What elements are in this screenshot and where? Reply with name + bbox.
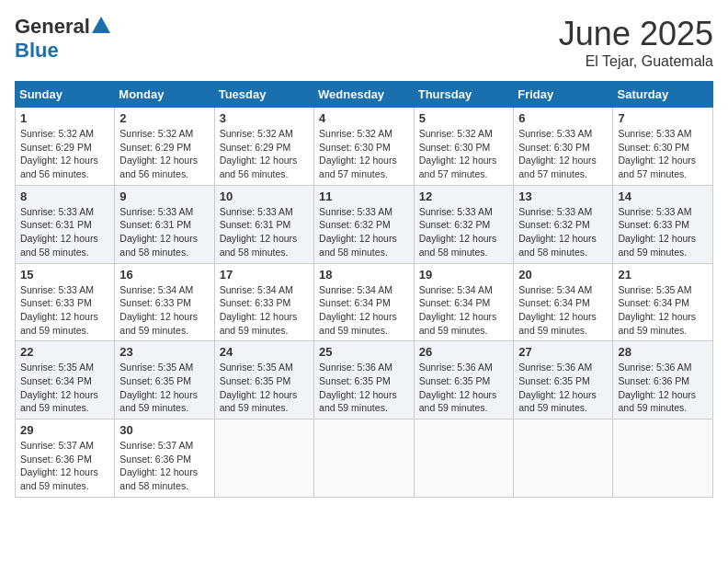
day-number: 9: [119, 190, 209, 203]
calendar-cell: 23 Sunrise: 5:35 AM Sunset: 6:35 PM Dayl…: [115, 341, 214, 419]
calendar-cell: 14 Sunrise: 5:33 AM Sunset: 6:33 PM Dayl…: [613, 185, 713, 263]
calendar-cell: 29 Sunrise: 5:37 AM Sunset: 6:36 PM Dayl…: [16, 419, 115, 498]
day-number: 13: [518, 190, 608, 203]
day-number: 4: [319, 111, 409, 125]
title-block: June 2025 El Tejar, Guatemala: [559, 15, 713, 70]
day-info: Sunrise: 5:34 AM Sunset: 6:33 PM Dayligh…: [220, 283, 309, 338]
day-number: 28: [618, 345, 708, 359]
weekday-header: Thursday: [414, 82, 513, 108]
calendar-week-row: 29 Sunrise: 5:37 AM Sunset: 6:36 PM Dayl…: [16, 419, 713, 498]
day-info: Sunrise: 5:33 AM Sunset: 6:31 PM Dayligh…: [220, 205, 309, 259]
day-number: 18: [319, 268, 409, 282]
calendar-cell: 3 Sunrise: 5:32 AM Sunset: 6:29 PM Dayli…: [214, 108, 313, 186]
calendar-cell: 17 Sunrise: 5:34 AM Sunset: 6:33 PM Dayl…: [214, 263, 313, 341]
day-info: Sunrise: 5:33 AM Sunset: 6:32 PM Dayligh…: [419, 205, 508, 259]
month-title: June 2025: [559, 15, 713, 53]
day-info: Sunrise: 5:32 AM Sunset: 6:30 PM Dayligh…: [319, 127, 409, 181]
day-info: Sunrise: 5:36 AM Sunset: 6:35 PM Dayligh…: [319, 361, 409, 415]
day-info: Sunrise: 5:36 AM Sunset: 6:35 PM Dayligh…: [518, 361, 608, 415]
day-info: Sunrise: 5:34 AM Sunset: 6:34 PM Dayligh…: [419, 283, 508, 338]
day-info: Sunrise: 5:33 AM Sunset: 6:32 PM Dayligh…: [518, 205, 608, 259]
calendar-cell: 16 Sunrise: 5:34 AM Sunset: 6:33 PM Dayl…: [115, 263, 214, 341]
calendar-cell: 25 Sunrise: 5:36 AM Sunset: 6:35 PM Dayl…: [314, 341, 415, 419]
logo: General Blue: [15, 15, 110, 63]
location: El Tejar, Guatemala: [559, 53, 713, 70]
calendar-cell: 6 Sunrise: 5:33 AM Sunset: 6:30 PM Dayli…: [514, 108, 613, 186]
calendar-week-row: 1 Sunrise: 5:32 AM Sunset: 6:29 PM Dayli…: [16, 108, 713, 186]
day-info: Sunrise: 5:35 AM Sunset: 6:35 PM Dayligh…: [220, 361, 309, 415]
calendar-cell: 2 Sunrise: 5:32 AM Sunset: 6:29 PM Dayli…: [115, 108, 214, 186]
calendar-cell: 9 Sunrise: 5:33 AM Sunset: 6:31 PM Dayli…: [115, 185, 214, 263]
calendar-cell: 13 Sunrise: 5:33 AM Sunset: 6:32 PM Dayl…: [514, 185, 613, 263]
day-number: 21: [618, 268, 708, 282]
calendar-cell: 8 Sunrise: 5:33 AM Sunset: 6:31 PM Dayli…: [16, 185, 115, 263]
day-number: 2: [119, 111, 209, 125]
calendar-week-row: 22 Sunrise: 5:35 AM Sunset: 6:34 PM Dayl…: [16, 341, 713, 419]
day-number: 22: [20, 345, 109, 359]
day-number: 29: [20, 423, 109, 437]
day-info: Sunrise: 5:37 AM Sunset: 6:36 PM Dayligh…: [20, 439, 109, 493]
calendar-week-row: 15 Sunrise: 5:33 AM Sunset: 6:33 PM Dayl…: [16, 263, 713, 341]
day-number: 17: [220, 268, 309, 282]
calendar-cell: 11 Sunrise: 5:33 AM Sunset: 6:32 PM Dayl…: [314, 185, 415, 263]
day-number: 26: [419, 345, 508, 359]
day-number: 1: [20, 111, 109, 125]
day-info: Sunrise: 5:33 AM Sunset: 6:33 PM Dayligh…: [20, 283, 109, 338]
calendar-cell: 19 Sunrise: 5:34 AM Sunset: 6:34 PM Dayl…: [414, 263, 513, 341]
day-info: Sunrise: 5:33 AM Sunset: 6:32 PM Dayligh…: [319, 205, 409, 259]
day-info: Sunrise: 5:34 AM Sunset: 6:34 PM Dayligh…: [319, 283, 409, 338]
day-number: 3: [220, 111, 309, 125]
day-number: 8: [20, 190, 109, 203]
logo-blue-text: Blue: [15, 39, 59, 63]
calendar-cell: 15 Sunrise: 5:33 AM Sunset: 6:33 PM Dayl…: [16, 263, 115, 341]
day-number: 10: [220, 190, 309, 203]
calendar-cell: [414, 419, 513, 498]
day-number: 16: [119, 268, 209, 282]
weekday-header: Monday: [115, 82, 214, 108]
calendar-cell: [613, 419, 713, 498]
day-info: Sunrise: 5:33 AM Sunset: 6:30 PM Dayligh…: [518, 127, 608, 181]
day-info: Sunrise: 5:33 AM Sunset: 6:31 PM Dayligh…: [119, 205, 209, 259]
day-info: Sunrise: 5:33 AM Sunset: 6:33 PM Dayligh…: [618, 205, 708, 259]
calendar-cell: 1 Sunrise: 5:32 AM Sunset: 6:29 PM Dayli…: [16, 108, 115, 186]
weekday-header: Saturday: [613, 82, 713, 108]
logo-general-text: General: [15, 15, 90, 39]
calendar-cell: 20 Sunrise: 5:34 AM Sunset: 6:34 PM Dayl…: [514, 263, 613, 341]
calendar-cell: [514, 419, 613, 498]
day-number: 15: [20, 268, 109, 282]
day-info: Sunrise: 5:33 AM Sunset: 6:30 PM Dayligh…: [618, 127, 708, 181]
calendar-week-row: 8 Sunrise: 5:33 AM Sunset: 6:31 PM Dayli…: [16, 185, 713, 263]
calendar-table: SundayMondayTuesdayWednesdayThursdayFrid…: [15, 81, 713, 498]
calendar-cell: 10 Sunrise: 5:33 AM Sunset: 6:31 PM Dayl…: [214, 185, 313, 263]
day-number: 19: [419, 268, 508, 282]
calendar-cell: 5 Sunrise: 5:32 AM Sunset: 6:30 PM Dayli…: [414, 108, 513, 186]
day-number: 11: [319, 190, 409, 203]
day-info: Sunrise: 5:32 AM Sunset: 6:29 PM Dayligh…: [20, 127, 109, 181]
weekday-header: Wednesday: [314, 82, 415, 108]
day-number: 12: [419, 190, 508, 203]
calendar-cell: 4 Sunrise: 5:32 AM Sunset: 6:30 PM Dayli…: [314, 108, 415, 186]
day-info: Sunrise: 5:36 AM Sunset: 6:36 PM Dayligh…: [618, 361, 708, 415]
day-info: Sunrise: 5:35 AM Sunset: 6:34 PM Dayligh…: [618, 283, 708, 338]
calendar-cell: 12 Sunrise: 5:33 AM Sunset: 6:32 PM Dayl…: [414, 185, 513, 263]
day-info: Sunrise: 5:35 AM Sunset: 6:35 PM Dayligh…: [119, 361, 209, 415]
weekday-header-row: SundayMondayTuesdayWednesdayThursdayFrid…: [16, 82, 713, 108]
day-number: 30: [119, 423, 209, 437]
day-info: Sunrise: 5:33 AM Sunset: 6:31 PM Dayligh…: [20, 205, 109, 259]
calendar-cell: 18 Sunrise: 5:34 AM Sunset: 6:34 PM Dayl…: [314, 263, 415, 341]
weekday-header: Tuesday: [214, 82, 313, 108]
day-number: 14: [618, 190, 708, 203]
day-number: 25: [319, 345, 409, 359]
day-info: Sunrise: 5:34 AM Sunset: 6:34 PM Dayligh…: [518, 283, 608, 338]
calendar-cell: 26 Sunrise: 5:36 AM Sunset: 6:35 PM Dayl…: [414, 341, 513, 419]
day-info: Sunrise: 5:32 AM Sunset: 6:30 PM Dayligh…: [419, 127, 508, 181]
calendar-cell: 27 Sunrise: 5:36 AM Sunset: 6:35 PM Dayl…: [514, 341, 613, 419]
day-number: 6: [518, 111, 608, 125]
day-info: Sunrise: 5:32 AM Sunset: 6:29 PM Dayligh…: [220, 127, 309, 181]
weekday-header: Sunday: [16, 82, 115, 108]
calendar-cell: 30 Sunrise: 5:37 AM Sunset: 6:36 PM Dayl…: [115, 419, 214, 498]
day-number: 7: [618, 111, 708, 125]
day-number: 24: [220, 345, 309, 359]
day-info: Sunrise: 5:36 AM Sunset: 6:35 PM Dayligh…: [419, 361, 508, 415]
day-number: 20: [518, 268, 608, 282]
